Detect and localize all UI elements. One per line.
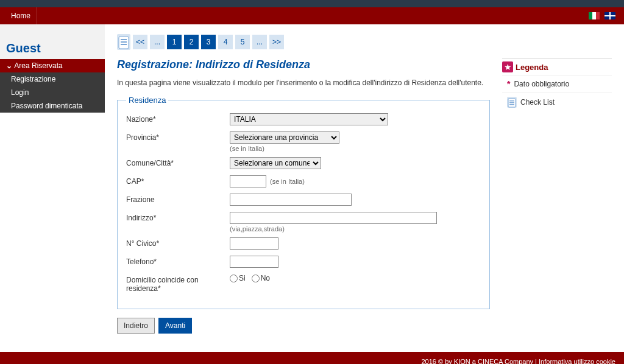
footer-copyright: 2016 © by KION a CINECA Company	[421, 358, 533, 364]
sidebar: Guest Area Riservata Registrazione Login…	[0, 24, 105, 113]
legend-panel: ★ Legenda * Dato obbligatorio Check List	[502, 34, 612, 111]
page-description: In questa pagina viene visualizzato il m…	[117, 79, 490, 87]
content: << ... 1 2 3 4 5 ... >> Registrazione: I…	[117, 34, 490, 334]
step-1[interactable]: 1	[167, 35, 182, 49]
sidebar-area-riservata[interactable]: Area Riservata	[0, 59, 105, 72]
step-4[interactable]: 4	[218, 35, 233, 49]
label-domicilio: Domicilio coincide con residenza*	[126, 274, 230, 293]
label-frazione: Frazione	[126, 194, 230, 204]
checklist-small-icon	[507, 97, 517, 108]
input-indirizzo[interactable]	[230, 212, 437, 224]
flag-it-icon[interactable]	[589, 12, 600, 19]
stepper: << ... 1 2 3 4 5 ... >>	[117, 34, 490, 50]
sidebar-item-login[interactable]: Login	[0, 86, 105, 99]
select-provincia[interactable]: Selezionare una provincia	[230, 131, 339, 144]
label-telefono: Telefono*	[126, 256, 230, 266]
svg-rect-2	[121, 41, 127, 43]
sidebar-item-registrazione[interactable]: Registrazione	[0, 72, 105, 86]
input-cap[interactable]	[230, 175, 266, 187]
legend-star-icon: ★	[502, 61, 513, 72]
svg-rect-5	[509, 100, 514, 102]
select-comune[interactable]: Selezionare un comune	[230, 157, 321, 169]
menu-home[interactable]: Home	[5, 7, 37, 24]
step-5[interactable]: 5	[235, 35, 250, 49]
svg-rect-6	[509, 102, 514, 103]
step-first[interactable]: <<	[133, 35, 147, 49]
svg-rect-3	[121, 44, 127, 45]
checklist-icon	[117, 34, 130, 50]
hint-cap: (se in Italia)	[270, 178, 305, 185]
asterisk-icon: *	[507, 79, 510, 89]
legend-checklist-label: Check List	[520, 98, 555, 107]
svg-rect-7	[509, 104, 514, 105]
step-prev-ellipsis[interactable]: ...	[150, 35, 165, 49]
step-next-ellipsis[interactable]: ...	[252, 35, 267, 49]
hint-provincia: (se in Italia)	[230, 145, 481, 152]
legend-required-label: Dato obbligatorio	[514, 80, 569, 88]
input-telefono[interactable]	[230, 256, 278, 268]
footer-cookie-link[interactable]: Informativa utilizzo cookie	[539, 358, 615, 364]
sidebar-guest-header: Guest	[0, 24, 105, 59]
legend-title: Legenda	[516, 63, 548, 72]
label-comune: Comune/Città*	[126, 157, 230, 167]
input-civico[interactable]	[230, 237, 278, 250]
menu-bar: Home	[0, 7, 624, 24]
language-flags	[589, 12, 619, 19]
label-indirizzo: Indirizzo*	[126, 212, 230, 222]
footer: 2016 © by KION a CINECA Company | Inform…	[0, 352, 624, 364]
back-button[interactable]: Indietro	[117, 318, 155, 334]
fieldset-legend: Residenza	[126, 96, 168, 105]
input-frazione[interactable]	[230, 194, 352, 206]
radio-domicilio-si[interactable]: Si	[230, 274, 246, 282]
radio-domicilio-no[interactable]: No	[252, 274, 270, 282]
step-3[interactable]: 3	[201, 35, 216, 49]
fieldset-residenza: Residenza Nazione* ITALIA Provincia* Sel…	[117, 96, 490, 309]
top-bar	[0, 0, 624, 7]
svg-rect-1	[121, 39, 127, 40]
label-cap: CAP*	[126, 175, 230, 186]
select-nazione[interactable]: ITALIA	[230, 113, 388, 125]
label-nazione: Nazione*	[126, 113, 230, 124]
page-title: Registrazione: Indirizzo di Residenza	[117, 58, 490, 71]
hint-indirizzo: (via,piazza,strada)	[230, 225, 481, 233]
sidebar-item-password[interactable]: Password dimenticata	[0, 99, 105, 113]
step-2[interactable]: 2	[184, 35, 199, 49]
label-civico: N° Civico*	[126, 237, 230, 248]
flag-uk-icon[interactable]	[604, 12, 615, 19]
label-provincia: Provincia*	[126, 131, 230, 142]
next-button[interactable]: Avanti	[158, 318, 192, 334]
step-last[interactable]: >>	[269, 35, 284, 49]
